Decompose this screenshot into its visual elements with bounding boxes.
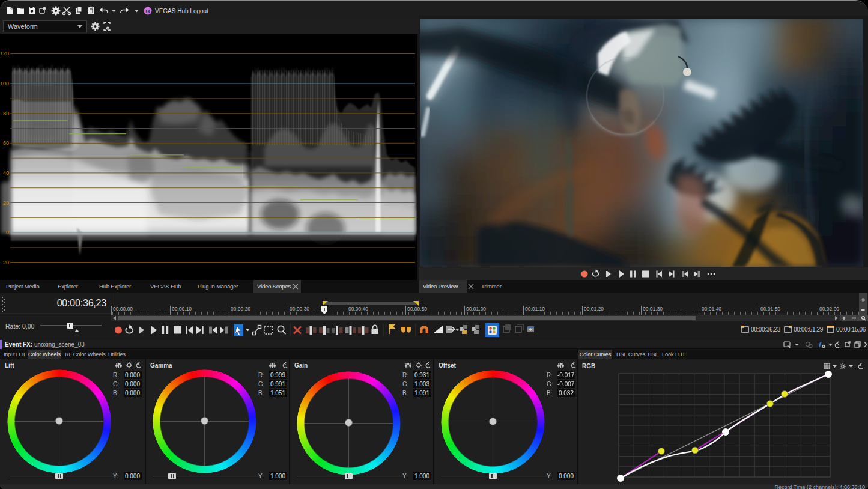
svg-text:100: 100 — [0, 80, 9, 87]
svg-text:120: 120 — [0, 50, 9, 56]
svg-text:40: 40 — [3, 170, 9, 176]
svg-text:00:00:36,23: 00:00:36,23 — [751, 326, 781, 333]
svg-text:H: H — [146, 8, 150, 14]
svg-text:20: 20 — [3, 200, 9, 206]
svg-text:f: f — [819, 341, 822, 348]
svg-text:00:00:51,29: 00:00:51,29 — [794, 326, 824, 333]
svg-text:60: 60 — [3, 140, 9, 146]
svg-text:-20: -20 — [1, 260, 9, 266]
svg-text:0: 0 — [6, 229, 9, 235]
svg-text:00:00:15,06: 00:00:15,06 — [836, 326, 866, 333]
svg-text:VEGAS Hub Logout: VEGAS Hub Logout — [155, 8, 208, 14]
svg-text:80: 80 — [3, 111, 9, 117]
